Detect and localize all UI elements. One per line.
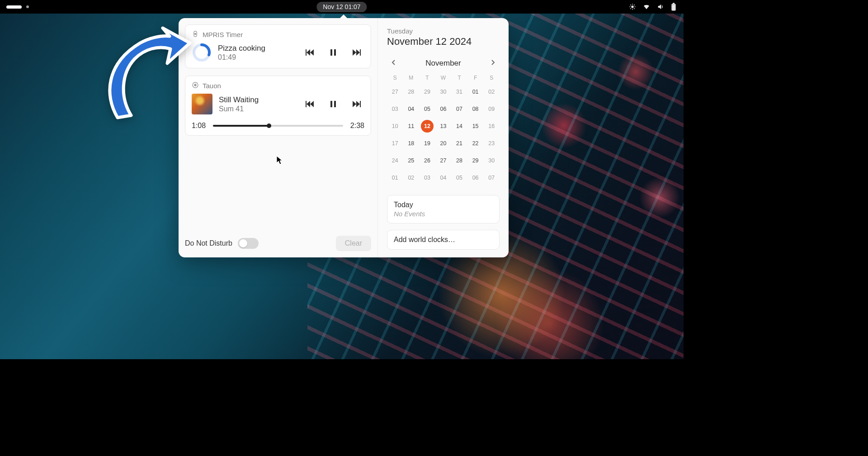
calendar-day[interactable]: 05: [421, 103, 434, 115]
track-seek-slider[interactable]: [213, 125, 343, 127]
calendar-day[interactable]: 05: [453, 171, 466, 184]
svg-rect-16: [306, 49, 307, 56]
calendar-day[interactable]: 17: [389, 137, 401, 150]
timer-app-icon: [192, 30, 199, 39]
calendar-day[interactable]: 04: [405, 103, 417, 115]
workspace-dot-icon: [26, 5, 29, 8]
calendar-day[interactable]: 01: [469, 86, 482, 98]
calendar-day[interactable]: 07: [485, 171, 498, 184]
calendar-day[interactable]: 12: [421, 120, 434, 133]
calendar-day[interactable]: 24: [389, 154, 401, 167]
calendar-day[interactable]: 22: [469, 137, 482, 150]
svg-rect-11: [673, 5, 675, 10]
timer-pause-button[interactable]: [328, 47, 338, 58]
track-artist: Sum 41: [219, 105, 297, 113]
calendar-prev-button[interactable]: [387, 57, 401, 70]
svg-rect-19: [330, 49, 332, 56]
svg-marker-28: [310, 101, 314, 107]
top-bar: Nov 12 01:07: [0, 0, 684, 14]
calendar-day[interactable]: 21: [453, 137, 466, 150]
calendar-dow: T: [451, 75, 467, 81]
calendar-dow: F: [467, 75, 484, 81]
music-next-button[interactable]: [351, 99, 363, 109]
svg-point-0: [631, 5, 633, 8]
music-prev-button[interactable]: [304, 99, 316, 109]
calendar-day[interactable]: 28: [405, 86, 417, 98]
calendar-day[interactable]: 30: [485, 154, 498, 167]
calendar-day[interactable]: 19: [421, 137, 434, 150]
calendar-day[interactable]: 29: [469, 154, 482, 167]
calendar-day[interactable]: 02: [485, 86, 498, 98]
system-tray[interactable]: [629, 3, 684, 11]
calendar-day[interactable]: 20: [437, 137, 449, 150]
calendar-day[interactable]: 02: [405, 171, 417, 184]
calendar-day[interactable]: 27: [389, 86, 401, 98]
calendar-day[interactable]: 18: [405, 137, 417, 150]
svg-marker-22: [356, 49, 360, 56]
events-card[interactable]: Today No Events: [387, 195, 500, 223]
clock-label: Nov 12 01:07: [323, 3, 360, 10]
track-duration: 2:38: [350, 122, 364, 130]
calendar-day[interactable]: 03: [421, 171, 434, 184]
calendar-day[interactable]: 14: [453, 120, 466, 133]
calendar-day[interactable]: 11: [405, 120, 417, 133]
svg-marker-31: [353, 101, 356, 107]
brightness-icon: [629, 3, 636, 10]
notifications-column: MPRIS Timer Pizza cooking 01:49: [179, 18, 377, 257]
track-progress-fill: [213, 125, 269, 127]
calendar-day[interactable]: 31: [453, 86, 466, 98]
timer-progress-ring-icon: [192, 43, 212, 62]
calendar-day[interactable]: 29: [421, 86, 434, 98]
calendar-day[interactable]: 28: [453, 154, 466, 167]
svg-line-5: [630, 5, 631, 5]
calendar-day[interactable]: 10: [389, 120, 401, 133]
workspace-pill-icon: [6, 5, 22, 9]
svg-marker-17: [307, 49, 310, 56]
dnd-label: Do Not Disturb: [185, 239, 232, 247]
music-pause-button[interactable]: [328, 99, 338, 109]
calendar-dow: T: [419, 75, 435, 81]
calendar-day[interactable]: 06: [437, 103, 449, 115]
album-art-icon: [192, 94, 212, 114]
clear-button[interactable]: Clear: [336, 236, 371, 251]
svg-rect-20: [334, 49, 336, 56]
timer-notification-card[interactable]: MPRIS Timer Pizza cooking 01:49: [185, 24, 371, 68]
calendar-day[interactable]: 01: [389, 171, 401, 184]
calendar-next-button[interactable]: [486, 57, 500, 70]
calendar-day[interactable]: 06: [469, 171, 482, 184]
dnd-toggle[interactable]: [238, 238, 259, 249]
calendar-day[interactable]: 15: [469, 120, 482, 133]
calendar-day[interactable]: 16: [485, 120, 498, 133]
svg-line-6: [634, 8, 634, 9]
events-title: Today: [394, 201, 493, 209]
svg-point-13: [194, 33, 196, 34]
wifi-icon: [643, 3, 650, 10]
volume-icon: [657, 3, 664, 10]
svg-point-25: [194, 84, 196, 86]
timer-remaining: 01:49: [218, 53, 297, 62]
calendar-day[interactable]: 03: [389, 103, 401, 115]
calendar-day[interactable]: 04: [437, 171, 449, 184]
svg-marker-18: [310, 49, 314, 56]
calendar-day[interactable]: 27: [437, 154, 449, 167]
activities-area[interactable]: [0, 5, 29, 9]
calendar-day[interactable]: 08: [469, 103, 482, 115]
calendar-day[interactable]: 25: [405, 154, 417, 167]
datetime-popover: MPRIS Timer Pizza cooking 01:49: [179, 18, 509, 257]
svg-rect-26: [306, 101, 307, 107]
music-notification-card[interactable]: Tauon Still Waiting Sum 41 1:08: [185, 76, 371, 136]
date-weekday: Tuesday: [387, 27, 500, 35]
calendar-day[interactable]: 23: [485, 137, 498, 150]
calendar-day[interactable]: 26: [421, 154, 434, 167]
world-clocks-button[interactable]: Add world clocks…: [387, 230, 500, 250]
calendar-day[interactable]: 30: [437, 86, 449, 98]
timer-next-button[interactable]: [351, 47, 363, 58]
calendar-day[interactable]: 09: [485, 103, 498, 115]
clock-button[interactable]: Nov 12 01:07: [316, 2, 367, 12]
timer-prev-button[interactable]: [304, 47, 316, 58]
svg-rect-29: [330, 101, 332, 107]
calendar-day[interactable]: 13: [437, 120, 449, 133]
svg-rect-33: [360, 101, 361, 107]
date-full: November 12 2024: [387, 36, 500, 48]
calendar-day[interactable]: 07: [453, 103, 466, 115]
